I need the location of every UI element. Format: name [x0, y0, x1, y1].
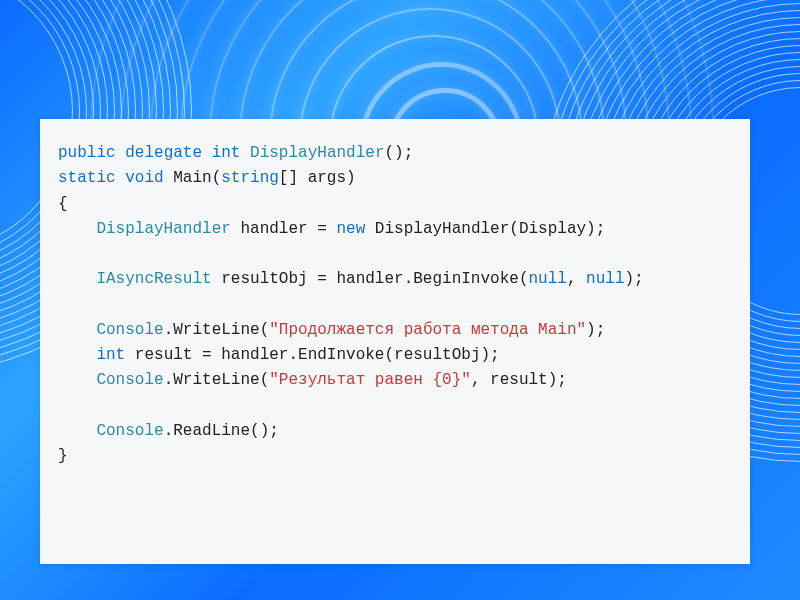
punct: ): [346, 169, 356, 187]
indent: [58, 346, 96, 364]
keyword-int: int: [96, 346, 125, 364]
keyword-null: null: [586, 270, 624, 288]
code-text: result = handler.EndInvoke(resultObj);: [125, 346, 499, 364]
string-literal: "Продолжается работа метода Main": [269, 321, 586, 339]
indent: [58, 321, 96, 339]
type-console: Console: [96, 371, 163, 389]
keyword-void: void: [125, 169, 163, 187]
indent: [58, 220, 96, 238]
indent: [58, 422, 96, 440]
punct: );: [625, 270, 644, 288]
code-text: .WriteLine(: [164, 371, 270, 389]
keyword-static: static: [58, 169, 116, 187]
code-text: handler =: [231, 220, 337, 238]
code-text: .WriteLine(: [164, 321, 270, 339]
param-args: args: [298, 169, 346, 187]
indent: [58, 371, 96, 389]
punct: []: [279, 169, 298, 187]
punct: );: [586, 321, 605, 339]
method-main: Main: [173, 169, 211, 187]
code-text: .ReadLine();: [164, 422, 279, 440]
brace-close: }: [58, 447, 68, 465]
type-console: Console: [96, 422, 163, 440]
code-text: , result);: [471, 371, 567, 389]
brace-open: {: [58, 195, 68, 213]
code-text: DisplayHandler(Display);: [365, 220, 605, 238]
punct: ();: [384, 144, 413, 162]
keyword-new: new: [336, 220, 365, 238]
punct: (: [212, 169, 222, 187]
punct: ,: [567, 270, 586, 288]
code-text: resultObj = handler.BeginInvoke(: [212, 270, 529, 288]
keyword-public: public: [58, 144, 116, 162]
type-iasyncresult: IAsyncResult: [96, 270, 211, 288]
code-block: public delegate int DisplayHandler(); st…: [58, 141, 732, 469]
string-literal: "Результат равен {0}": [269, 371, 471, 389]
type-displayhandler: DisplayHandler: [250, 144, 384, 162]
type-displayhandler: DisplayHandler: [96, 220, 230, 238]
type-console: Console: [96, 321, 163, 339]
indent: [58, 270, 96, 288]
code-snippet-card: public delegate int DisplayHandler(); st…: [40, 119, 750, 564]
keyword-string: string: [221, 169, 279, 187]
keyword-delegate: delegate: [125, 144, 202, 162]
keyword-int: int: [212, 144, 241, 162]
keyword-null: null: [528, 270, 566, 288]
